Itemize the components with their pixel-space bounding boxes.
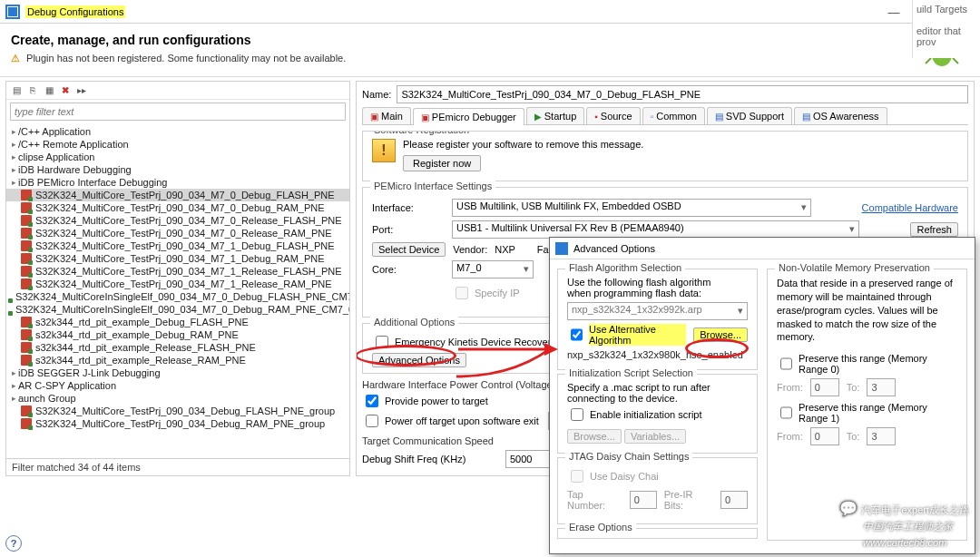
tree-config-item[interactable]: s32k344_rtd_pit_example_Debug_FLASH_PNE — [6, 316, 349, 328]
tab-startup[interactable]: ▶Startup — [526, 107, 584, 124]
interface-dropdown[interactable]: USB Multilink, USB Multilink FX, Embedde… — [452, 199, 811, 217]
erase-options-group: Erase Options — [557, 528, 758, 539]
tree-config-item[interactable]: s32k344_rtd_pit_example_Release_RAM_PNE — [6, 354, 349, 366]
core-dropdown[interactable]: M7_0 — [452, 260, 534, 278]
range1-from-input — [810, 427, 839, 445]
tree-config-item[interactable]: S32K324_MultiCore_TestPrj_090_034_M7_0_D… — [6, 201, 349, 214]
flash-algo-dropdown[interactable]: nxp_s32k324_1x32x992k.arp — [567, 302, 748, 320]
launch-config-icon — [21, 240, 32, 251]
flash-browse-button[interactable]: Browse... — [693, 327, 748, 342]
launch-config-icon — [21, 342, 32, 353]
page-title: Create, manage, and run configurations — [11, 33, 346, 47]
tab-main[interactable]: ▣Main — [362, 107, 411, 124]
tree-category[interactable]: /C++ Application — [6, 125, 349, 138]
compatible-hardware-link[interactable]: Compatible Hardware — [862, 202, 958, 213]
range0-to-input — [867, 378, 896, 396]
range0-from-input — [810, 378, 839, 396]
config-tree-panel: ▤ ⎘ ▦ ✖ ▸▸ /C++ Application/C++ Remote A… — [5, 81, 350, 476]
filter-input[interactable] — [10, 103, 346, 121]
warning-triangle-icon — [372, 139, 396, 162]
background-editor-fragment: uild Targets editor that prov — [912, 0, 980, 58]
new-config-icon[interactable]: ▤ — [10, 84, 23, 97]
selected-algo-path: nxp_s32k324_1x32x980k_hse_enabled — [567, 349, 748, 360]
tree-category[interactable]: AR C-SPY Application — [6, 379, 349, 392]
tree-config-item[interactable]: S32K324_MultiCore_TestPrj_090_034_M7_1_D… — [6, 239, 349, 252]
init-script-group: Initialization Script Selection Specify … — [557, 374, 758, 454]
advanced-options-button[interactable]: Advanced Options — [372, 353, 466, 367]
tree-config-item[interactable]: S32K324_MultiCore_TestPrj_090_034_M7_0_R… — [6, 214, 349, 227]
flash-algorithm-group: Flash Algorithm Selection Use the follow… — [557, 269, 758, 370]
tab-common[interactable]: ▫Common — [642, 107, 705, 124]
delete-icon[interactable]: ✖ — [59, 84, 72, 97]
specify-ip-checkbox — [456, 287, 468, 299]
launch-config-icon — [21, 215, 32, 226]
filter-status: Filter matched 34 of 44 items — [6, 458, 349, 475]
tree-category[interactable]: aunch Group — [6, 392, 349, 405]
tab-svd-support[interactable]: ▤SVD Support — [707, 107, 792, 124]
tree-config-item[interactable]: S32K324_MultiCore_TestPrj_090_034_Debug_… — [6, 405, 349, 417]
tap-number-input — [630, 491, 657, 509]
provide-power-checkbox[interactable] — [366, 395, 378, 407]
app-icon — [5, 5, 20, 19]
tree-category[interactable]: iDB Hardware Debugging — [6, 163, 349, 176]
preserve-range0-checkbox[interactable] — [780, 357, 792, 370]
warning-message: ⚠ Plugin has not been registered. Some f… — [11, 53, 346, 64]
tab-pemicro-debugger[interactable]: ▣PEmicro Debugger — [413, 108, 524, 125]
init-variables-button: Variables... — [624, 429, 686, 444]
tree-config-item[interactable]: S32K324_MultiCore_TestPrj_090_034_Debug_… — [6, 417, 349, 430]
dialog-icon — [555, 242, 568, 255]
svg-line-5 — [953, 58, 958, 64]
preserve-range1-checkbox[interactable] — [780, 406, 792, 419]
port-dropdown[interactable]: USB1 - Multilink Universal FX Rev B (PEM… — [452, 220, 859, 239]
tree-config-item[interactable]: S32K324_MultiCore_TestPrj_090_034_M7_1_R… — [6, 278, 349, 290]
emergency-recovery-checkbox[interactable] — [376, 336, 388, 348]
tree-category[interactable]: iDB SEGGER J-Link Debugging — [6, 366, 349, 379]
use-daisy-chain-checkbox — [571, 470, 583, 483]
watermark-site: 中国汽车工程师之家www.cartech8.com — [863, 517, 953, 550]
launch-config-icon — [21, 418, 32, 429]
tree-toolbar: ▤ ⎘ ▦ ✖ ▸▸ — [6, 82, 349, 100]
tree-config-item[interactable]: s32k344_rtd_pit_example_Debug_RAM_PNE — [6, 328, 349, 341]
window-title: Debug Configurations — [25, 5, 125, 18]
tab-source[interactable]: ▪Source — [586, 107, 640, 124]
config-tree[interactable]: /C++ Application/C++ Remote Applicationc… — [6, 123, 349, 458]
power-off-checkbox[interactable] — [366, 415, 378, 427]
filter-icon[interactable]: ▸▸ — [75, 84, 88, 97]
enable-init-script-checkbox[interactable] — [571, 408, 583, 421]
tree-category[interactable]: /C++ Remote Application — [6, 138, 349, 151]
launch-config-icon — [21, 190, 32, 200]
tree-config-item[interactable]: S32K324_MultiCore_TestPrj_090_034_M7_0_R… — [6, 227, 349, 239]
name-label: Name: — [362, 89, 391, 100]
launch-config-icon — [21, 355, 32, 366]
window-titlebar: Debug Configurations — ▢ ✕ — [0, 0, 980, 24]
launch-config-icon — [21, 253, 32, 264]
launch-config-icon — [21, 228, 32, 239]
launch-config-icon — [21, 329, 32, 340]
name-input[interactable] — [397, 85, 968, 103]
tree-config-item[interactable]: S32K324_MultiCoreInSingleElf_090_034_M7_… — [6, 290, 349, 303]
tree-config-item[interactable]: s32k344_rtd_pit_example_Release_FLASH_PN… — [6, 341, 349, 354]
jtag-daisy-group: JTAG Daisy Chain Settings Use Daisy Chai… — [557, 457, 758, 524]
tree-config-item[interactable]: S32K324_MultiCore_TestPrj_090_034_M7_1_R… — [6, 265, 349, 278]
select-device-button[interactable]: Select Device — [372, 242, 446, 257]
range1-to-input — [867, 427, 896, 445]
help-icon[interactable]: ? — [5, 535, 22, 552]
launch-config-icon — [21, 266, 32, 277]
launch-config-icon — [21, 317, 32, 327]
tab-os-awareness[interactable]: ▤OS Awareness — [794, 107, 887, 124]
svg-line-4 — [926, 58, 931, 64]
tree-config-item[interactable]: S32K324_MultiCore_TestPrj_090_034_M7_1_D… — [6, 252, 349, 265]
tree-category[interactable]: iDB PEMicro Interface Debugging — [6, 176, 349, 189]
tree-category[interactable]: clipse Application — [6, 151, 349, 163]
pre-ir-input — [720, 491, 748, 509]
refresh-button[interactable]: Refresh — [910, 222, 958, 237]
tree-config-item[interactable]: S32K324_MultiCoreInSingleElf_090_034_M7_… — [6, 303, 349, 316]
register-button[interactable]: Register now — [403, 155, 481, 171]
tree-config-item[interactable]: S32K324_MultiCore_TestPrj_090_034_M7_0_D… — [6, 189, 349, 201]
use-alt-algorithm-checkbox[interactable] — [571, 328, 583, 341]
registration-message: Please register your software to remove … — [372, 139, 958, 150]
minimize-button[interactable]: — — [877, 0, 911, 24]
registration-group: Software Registration Please register yo… — [362, 131, 968, 181]
export-icon[interactable]: ▦ — [43, 84, 55, 97]
duplicate-icon[interactable]: ⎘ — [26, 84, 39, 97]
